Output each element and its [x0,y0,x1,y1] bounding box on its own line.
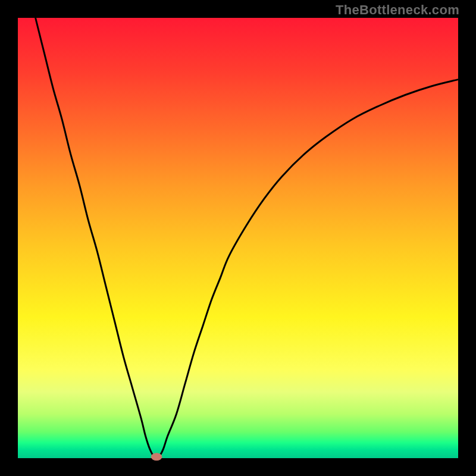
watermark-text: TheBottleneck.com [336,2,459,18]
minimum-marker [151,453,162,461]
chart-svg [18,18,458,458]
bottleneck-curve [36,18,458,458]
plot-area [18,18,458,458]
chart-frame: TheBottleneck.com [0,0,476,476]
